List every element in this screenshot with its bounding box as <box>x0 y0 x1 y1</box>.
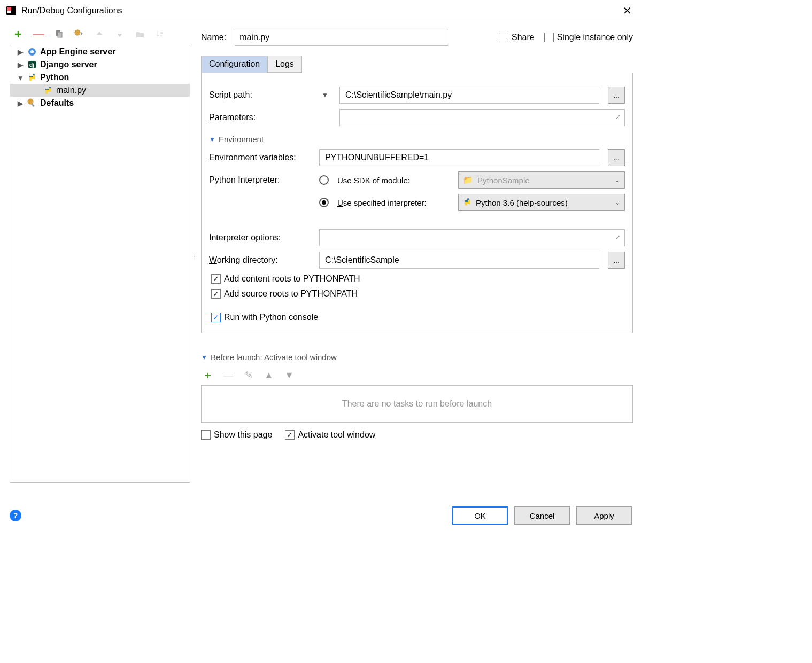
svg-rect-1 <box>7 7 11 11</box>
show-this-page-checkbox[interactable]: Show this page <box>201 430 272 440</box>
tree-item-python[interactable]: ▾ Python <box>10 71 190 84</box>
svg-text:dj: dj <box>29 62 34 68</box>
checkbox-label: Show this page <box>214 430 272 440</box>
svg-text:z: z <box>160 34 163 38</box>
tree-item-defaults[interactable]: ▶ Defaults <box>10 97 190 110</box>
use-sdk-label: Use SDK of module: <box>337 176 450 185</box>
specified-interpreter-value: Python 3.6 (help-sources) <box>476 198 568 207</box>
add-task-button[interactable]: ＋ <box>203 370 213 380</box>
before-launch-section: ▼ Before launch: Activate tool window ＋ … <box>201 353 633 440</box>
parameters-input[interactable] <box>339 109 625 126</box>
checkbox-label: Add source roots to PYTHONPATH <box>224 289 358 299</box>
svg-rect-2 <box>7 11 11 13</box>
content-panel: Name: Share Single instance only Configu… <box>197 21 641 492</box>
edit-task-button: ✎ <box>244 370 253 380</box>
browse-env-button[interactable]: ... <box>608 149 625 166</box>
apply-button[interactable]: Apply <box>576 506 632 525</box>
folder-icon: 📁 <box>463 175 473 185</box>
tasks-empty-text: There are no tasks to run before launch <box>342 399 492 409</box>
settings-button[interactable] <box>74 29 84 40</box>
chevron-down-icon: ▾ <box>17 74 24 82</box>
remove-task-button: — <box>223 370 233 380</box>
script-path-input[interactable] <box>339 87 599 104</box>
django-icon: dj <box>27 60 37 69</box>
move-task-down-button: ▼ <box>284 370 294 380</box>
sdk-module-value: PythonSample <box>477 176 530 185</box>
activate-tool-window-checkbox[interactable]: Activate tool window <box>285 430 375 440</box>
specified-interpreter-combo[interactable]: Python 3.6 (help-sources) ⌄ <box>458 194 625 211</box>
checkbox-label: Activate tool window <box>298 430 375 440</box>
triangle-down-icon: ▼ <box>201 354 207 361</box>
tree-label: Python <box>40 73 69 82</box>
ok-button[interactable]: OK <box>452 506 508 525</box>
tree-label: Django server <box>40 60 97 69</box>
script-path-label: Script path: <box>209 90 311 100</box>
configuration-panel: Script path: ▼ ... Parameters: ⤢ ▼ Envir… <box>201 73 633 333</box>
working-dir-input[interactable] <box>319 252 599 269</box>
tree-item-main-py[interactable]: main.py <box>10 84 190 97</box>
triangle-down-icon: ▼ <box>209 136 215 143</box>
move-up-button <box>94 29 105 40</box>
env-vars-input[interactable] <box>319 149 599 166</box>
add-config-button[interactable] <box>13 29 24 40</box>
working-dir-label: Working directory: <box>209 255 311 265</box>
tasks-list[interactable]: There are no tasks to run before launch <box>201 385 633 423</box>
name-input[interactable] <box>235 29 448 46</box>
use-specified-label: Use specified interpreter: <box>337 198 450 207</box>
chevron-right-icon: ▶ <box>17 61 24 69</box>
chevron-down-icon: ⌄ <box>615 176 620 184</box>
help-button[interactable]: ? <box>10 510 21 521</box>
browse-script-button[interactable]: ... <box>608 87 625 104</box>
svg-rect-4 <box>58 32 62 37</box>
svg-point-9 <box>30 50 34 53</box>
add-content-roots-checkbox[interactable]: Add content roots to PYTHONPATH <box>211 274 625 284</box>
run-with-console-checkbox[interactable]: Run with Python console <box>211 313 625 322</box>
interpreter-label: Python Interpreter: <box>209 175 311 185</box>
close-icon[interactable]: ✕ <box>618 2 636 19</box>
add-source-roots-checkbox[interactable]: Add source roots to PYTHONPATH <box>211 289 625 299</box>
env-vars-label: Environment variables: <box>209 153 311 162</box>
use-sdk-radio[interactable] <box>319 175 329 185</box>
config-tree[interactable]: ▶ App Engine server ▶ dj Django server ▾… <box>10 45 190 483</box>
tree-item-app-engine[interactable]: ▶ App Engine server <box>10 45 190 58</box>
expand-icon[interactable]: ⤢ <box>615 233 621 241</box>
titlebar: Run/Debug Configurations ✕ <box>0 0 641 21</box>
script-path-dropdown-toggle[interactable]: ▼ <box>319 91 331 99</box>
copy-config-button[interactable] <box>53 29 64 40</box>
share-checkbox[interactable]: Share <box>499 33 535 42</box>
interp-options-input[interactable] <box>319 229 625 246</box>
chevron-right-icon: ▶ <box>17 99 24 107</box>
browse-working-dir-button[interactable]: ... <box>608 252 625 269</box>
name-label: Name: <box>201 33 226 42</box>
app-engine-icon <box>27 47 37 57</box>
wrench-icon <box>27 98 37 108</box>
cancel-button[interactable]: Cancel <box>514 506 570 525</box>
tree-label: Defaults <box>40 98 74 108</box>
python-icon <box>27 73 37 82</box>
chevron-right-icon: ▶ <box>17 48 24 56</box>
remove-config-button[interactable]: — <box>33 29 44 40</box>
single-instance-checkbox[interactable]: Single instance only <box>544 33 633 42</box>
tree-label: App Engine server <box>40 47 115 57</box>
use-specified-radio[interactable] <box>319 198 329 207</box>
window-title: Run/Debug Configurations <box>21 6 122 15</box>
python-icon <box>463 198 471 208</box>
section-title: Environment <box>219 135 264 144</box>
checkbox-label: Add content roots to PYTHONPATH <box>224 274 360 284</box>
tree-item-django[interactable]: ▶ dj Django server <box>10 58 190 71</box>
sidebar: — az ▶ App Engine ser <box>0 21 192 492</box>
expand-icon[interactable]: ⤢ <box>615 113 621 121</box>
tab-logs[interactable]: Logs <box>267 56 302 73</box>
sidebar-toolbar: — az <box>10 29 190 45</box>
svg-text:a: a <box>160 30 163 34</box>
checkbox-label: Run with Python console <box>224 313 318 322</box>
sort-button: az <box>155 29 166 40</box>
chevron-down-icon: ⌄ <box>615 199 620 206</box>
environment-section-header[interactable]: ▼ Environment <box>209 135 625 144</box>
interp-options-label: Interpreter options: <box>209 233 311 243</box>
sdk-module-combo: 📁 PythonSample ⌄ <box>458 171 625 189</box>
splitter[interactable]: ⋮ <box>192 21 197 492</box>
tab-configuration[interactable]: Configuration <box>201 56 268 73</box>
folder-button <box>135 29 145 40</box>
before-launch-header[interactable]: ▼ Before launch: Activate tool window <box>201 353 633 362</box>
